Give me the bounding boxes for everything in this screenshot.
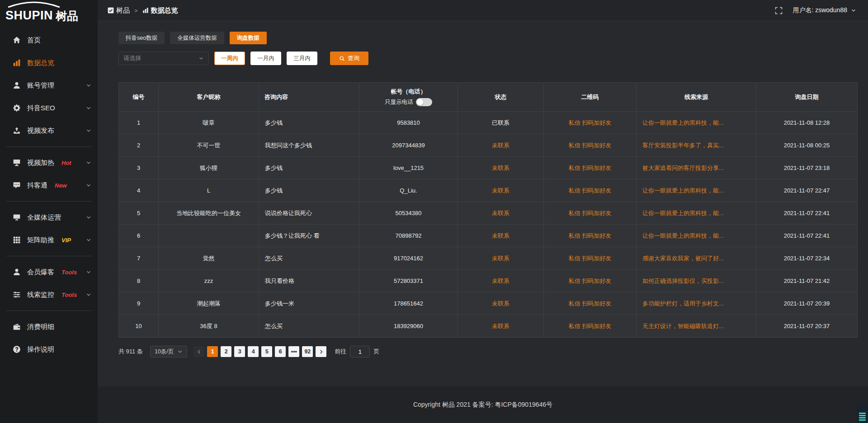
sidebar-item-account[interactable]: 账号管理 xyxy=(0,74,98,97)
table-row: 9潮起潮落多少钱一米178651642未联系私信 扫码加好友多功能护栏灯，适用于… xyxy=(119,292,858,315)
cell-source[interactable]: 客厅安装投影半年多了，真实... xyxy=(637,134,756,157)
user-menu[interactable]: 用户名: zswodun88 xyxy=(793,6,856,14)
sidebar-item-matrix-boost[interactable]: 矩阵助推VIP xyxy=(0,229,98,251)
cell-source[interactable]: 让你一眼就爱上的黑科技，能... xyxy=(637,179,756,202)
cell-source[interactable]: 感谢大家喜欢我家，被问了好... xyxy=(637,247,756,270)
cell-status: 未联系 xyxy=(458,247,544,270)
cell-qrcode[interactable]: 私信 扫码加好友 xyxy=(544,157,637,179)
tab-inquiry-data[interactable]: 询盘数据 xyxy=(230,32,267,44)
sidebar-item-label: 全媒体运营 xyxy=(27,213,61,222)
tab-media-ops-data[interactable]: 全媒体运营数据 xyxy=(170,32,224,44)
sidebar-item-media-ops[interactable]: 全媒体运营 xyxy=(0,206,98,229)
chevron-down-icon xyxy=(851,8,856,13)
chevron-down-icon xyxy=(198,56,204,61)
page-button-5[interactable]: 5 xyxy=(261,346,272,357)
cell-source[interactable]: 无主灯设计，智能磁吸轨道灯... xyxy=(637,315,756,338)
cell-content: 多少钱 xyxy=(259,179,359,202)
cell-id: 5 xyxy=(119,202,159,225)
table-row: 6多少钱？让我死心 看70898792未联系私信 扫码加好友让你一眼就爱上的黑科… xyxy=(119,225,858,247)
cell-qrcode[interactable]: 私信 扫码加好友 xyxy=(544,270,637,292)
phone-only-toggle[interactable] xyxy=(416,98,432,106)
page-button-92[interactable]: 92 xyxy=(302,346,313,357)
home-icon xyxy=(13,36,21,44)
sidebar-item-video-heat[interactable]: 视频加热Hot xyxy=(0,151,98,174)
cell-qrcode[interactable]: 私信 扫码加好友 xyxy=(544,179,637,202)
cell-qrcode[interactable]: 私信 扫码加好友 xyxy=(544,315,637,338)
cell-status: 未联系 xyxy=(458,315,544,338)
search-button[interactable]: 查询 xyxy=(330,52,368,65)
cell-qrcode[interactable]: 私信 扫码加好友 xyxy=(544,292,637,315)
sidebar-item-label: 视频加热 xyxy=(27,159,54,167)
cell-source[interactable]: 如何正确选择投影仪，买投影... xyxy=(637,270,756,292)
cell-id: 8 xyxy=(119,270,159,292)
cell-id: 10 xyxy=(119,315,159,338)
sidebar-item-label: 数据总览 xyxy=(27,59,54,67)
phone-toggle-label: 只显示电话 xyxy=(385,99,413,106)
sidebar-item-help[interactable]: 操作说明 xyxy=(0,338,98,361)
gear-icon xyxy=(13,104,21,112)
cell-source[interactable]: 让你一眼就爱上的黑科技，能... xyxy=(637,225,756,247)
cell-source[interactable]: 多功能护栏灯，适用于乡村文... xyxy=(637,292,756,315)
sidebar-item-member-burst[interactable]: 会员爆客Tools xyxy=(0,261,98,283)
date-filter-quarter[interactable]: 三月内 xyxy=(287,52,317,65)
page-button-2[interactable]: 2 xyxy=(221,346,231,357)
sidebar-item-clue-monitor[interactable]: 线索监控Tools xyxy=(0,283,98,306)
sidebar-item-badge: VIP xyxy=(61,237,71,244)
cell-status: 未联系 xyxy=(458,157,544,179)
sidebar-item-label: 操作说明 xyxy=(27,345,54,354)
sidebar-item-douyin-seo[interactable]: 抖音SEO xyxy=(0,97,98,119)
cell-date: 2021-11-07 22:41 xyxy=(756,202,858,225)
date-filter-week[interactable]: 一周内 xyxy=(214,52,245,65)
cell-date: 2021-11-07 22:47 xyxy=(756,179,858,202)
search-button-label: 查询 xyxy=(348,54,359,62)
breadcrumb-root[interactable]: 树品 xyxy=(116,6,130,15)
cell-source[interactable]: 让你一眼就爱上的黑科技，能... xyxy=(637,112,756,134)
account-select[interactable]: 请选择 xyxy=(118,52,209,65)
chevron-down-icon xyxy=(86,105,91,111)
sidebar-item-home[interactable]: 首页 xyxy=(0,29,98,52)
member-icon xyxy=(13,268,21,276)
chevron-down-icon xyxy=(86,128,91,133)
sidebar-item-video-publish[interactable]: 视频发布 xyxy=(0,119,98,142)
cell-id: 2 xyxy=(119,134,159,157)
cell-qrcode[interactable]: 私信 扫码加好友 xyxy=(544,112,637,134)
page-size-select[interactable]: 10条/页 xyxy=(150,346,187,357)
cell-status: 未联系 xyxy=(458,292,544,315)
fullscreen-icon[interactable] xyxy=(775,7,783,14)
cell-qrcode[interactable]: 私信 扫码加好友 xyxy=(544,225,637,247)
sidebar-item-overview[interactable]: 数据总览 xyxy=(0,52,98,74)
cell-qrcode[interactable]: 私信 扫码加好友 xyxy=(544,202,637,225)
corner-widget[interactable] xyxy=(857,404,868,423)
sidebar-item-expense[interactable]: 消费明细 xyxy=(0,315,98,338)
prev-page-button[interactable] xyxy=(193,346,204,357)
column-header-id: 编号 xyxy=(119,83,159,112)
wallet-icon xyxy=(13,323,21,331)
date-filter-month[interactable]: 一月内 xyxy=(250,52,281,65)
cell-content: 怎么买 xyxy=(259,315,359,338)
chat-icon xyxy=(13,181,21,189)
checked-square-icon xyxy=(108,7,114,14)
goto-page-input[interactable] xyxy=(350,346,370,357)
table-row: 8zzz我只看价格572803371未联系私信 扫码加好友如何正确选择投影仪，买… xyxy=(119,270,858,292)
column-header-nickname: 客户昵称 xyxy=(159,83,259,112)
cell-status: 已联系 xyxy=(458,112,544,134)
sidebar-divider xyxy=(6,146,91,147)
cell-nickname: zzz xyxy=(159,270,259,292)
next-page-button[interactable] xyxy=(316,346,326,357)
logo-text-en: SHUPIN xyxy=(5,9,53,22)
page-button-3[interactable]: 3 xyxy=(234,346,245,357)
cell-source[interactable]: 被大家追着问的客厅投影分享... xyxy=(637,157,756,179)
cell-source[interactable]: 让你一眼就爱上的黑科技，能... xyxy=(637,202,756,225)
cell-qrcode[interactable]: 私信 扫码加好友 xyxy=(544,247,637,270)
page-button-4[interactable]: 4 xyxy=(248,346,259,357)
page-button-1[interactable]: 1 xyxy=(207,346,218,357)
tab-douyin-seo-data[interactable]: 抖音seo数据 xyxy=(118,32,165,44)
page-button-6[interactable]: 6 xyxy=(275,346,286,357)
select-placeholder: 请选择 xyxy=(123,54,141,62)
breadcrumb: 树品 > 数据总览 xyxy=(108,6,178,15)
sidebar-item-badge: Tools xyxy=(61,291,77,298)
chevron-down-icon xyxy=(86,215,91,220)
cell-qrcode[interactable]: 私信 扫码加好友 xyxy=(544,134,637,157)
page-ellipsis-button[interactable]: ••• xyxy=(288,346,299,357)
sidebar-item-douketong[interactable]: 抖客通New xyxy=(0,174,98,197)
